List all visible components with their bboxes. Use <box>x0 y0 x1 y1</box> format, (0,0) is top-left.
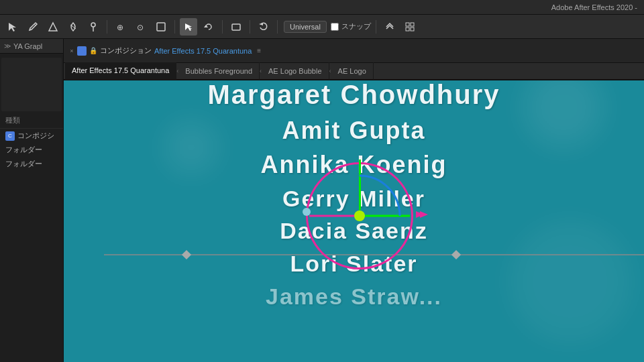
menu-icon[interactable]: ≡ <box>257 47 261 54</box>
snap-label: スナップ <box>341 21 371 32</box>
svg-marker-1 <box>49 23 57 31</box>
name-lori: Lori Slater <box>290 250 417 278</box>
main-layout: ≫ YA Grapl 種類 C コンポジシ フォルダー フォルダー × <box>0 39 644 362</box>
title-text: Adobe After Effects 2020 - <box>551 3 637 11</box>
panel-item-comp[interactable]: C コンポジシ <box>0 129 63 143</box>
tool-roto[interactable] <box>64 18 82 36</box>
tab-ae-logo[interactable]: AE Logo <box>331 62 374 80</box>
tool-extra-2[interactable] <box>401 18 419 36</box>
name-james: James Straw... <box>266 283 442 310</box>
tool-zoom-rect[interactable] <box>152 18 170 36</box>
comp-icon: C <box>5 131 15 141</box>
comp-icon-tab <box>77 46 87 56</box>
svg-text:⊙: ⊙ <box>137 23 144 32</box>
toolbar: ⊕ ⊙ + Universal スナップ <box>0 15 644 39</box>
universal-button[interactable]: Universal <box>284 21 327 33</box>
tool-pen[interactable] <box>24 18 42 36</box>
svg-point-3 <box>91 23 95 27</box>
right-area: × 🔒 コンポジション After Effects 17.5 Quarantun… <box>64 39 644 362</box>
tool-rotate[interactable] <box>200 18 217 36</box>
panel-category: 種類 <box>0 113 63 129</box>
name-margaret: Margaret Chowdhury <box>207 80 500 111</box>
tab-ae-logo-bubble[interactable]: AE Logo Bubble <box>262 62 329 80</box>
credits-container: Margaret Chowdhury Amit Gupta Annika Koe… <box>64 80 644 362</box>
comp-subtitle[interactable]: After Effects 17.5 Quarantuna <box>154 47 252 55</box>
panel-title: YA Grapl <box>13 42 42 50</box>
svg-rect-12 <box>406 23 409 26</box>
tab-close-btn[interactable]: × <box>66 46 77 56</box>
name-annika: Annika Koenig <box>260 150 447 179</box>
separator-6 <box>376 20 376 34</box>
svg-text:⊕: ⊕ <box>117 23 123 32</box>
separator-2 <box>174 20 175 34</box>
svg-rect-13 <box>411 23 414 26</box>
svg-rect-15 <box>411 27 414 31</box>
lock-icon: 🔒 <box>89 47 97 54</box>
name-dacia: Dacia Saenz <box>280 217 427 245</box>
separator-4 <box>250 20 250 34</box>
tool-pin[interactable] <box>85 18 102 36</box>
tool-orbit[interactable]: ⊙ <box>132 18 150 36</box>
panel-scroll[interactable] <box>1 58 62 111</box>
separator-5 <box>277 20 278 34</box>
name-gerry: Gerry Miller <box>282 185 425 213</box>
name-amit: Amit Gupta <box>282 116 426 145</box>
separator-1 <box>107 20 107 34</box>
tab-label-1: Bubbles Foreground <box>185 67 252 75</box>
comp-title: コンポジション <box>100 46 152 56</box>
tab-label-2: AE Logo Bubble <box>268 67 322 75</box>
tab-bar: × 🔒 コンポジション After Effects 17.5 Quarantun… <box>64 39 644 63</box>
svg-marker-11 <box>259 23 263 25</box>
svg-rect-10 <box>232 24 240 30</box>
separator-3 <box>222 20 223 34</box>
panel-header: ≫ YA Grapl <box>0 39 63 54</box>
panel-item-label-3: フォルダー <box>5 159 42 169</box>
tool-selection[interactable] <box>4 18 21 36</box>
tool-move[interactable]: + <box>180 18 197 36</box>
panel-item-folder1[interactable]: フォルダー <box>0 143 63 157</box>
panel-content: 種類 C コンポジシ フォルダー フォルダー <box>0 54 63 362</box>
panel-expand[interactable]: ≫ <box>4 42 11 50</box>
tool-extra-1[interactable] <box>381 18 398 36</box>
tool-shape[interactable] <box>44 18 62 36</box>
svg-marker-9 <box>204 25 208 27</box>
panel-item-label-1: コンポジシ <box>17 131 54 141</box>
tool-undo[interactable] <box>255 18 272 36</box>
svg-text:+: + <box>189 25 192 32</box>
left-panel: ≫ YA Grapl 種類 C コンポジシ フォルダー フォルダー <box>0 39 64 362</box>
tab-after-effects[interactable]: After Effects 17.5 Quarantuna <box>65 62 176 80</box>
tabs-row: After Effects 17.5 Quarantuna ‹ Bubbles … <box>64 63 644 80</box>
panel-item-label-2: フォルダー <box>5 145 42 155</box>
title-bar: Adobe After Effects 2020 - <box>0 0 644 15</box>
svg-rect-7 <box>157 23 165 31</box>
tab-bubbles-foreground[interactable]: Bubbles Foreground <box>178 62 260 80</box>
viewport[interactable]: Margaret Chowdhury Amit Gupta Annika Koe… <box>64 80 644 362</box>
svg-line-0 <box>34 24 36 25</box>
tab-label-3: AE Logo <box>338 67 366 75</box>
panel-item-folder2[interactable]: フォルダー <box>0 157 63 171</box>
tool-rect[interactable] <box>227 18 245 36</box>
svg-rect-14 <box>406 27 409 31</box>
snap-checkbox[interactable] <box>331 23 339 31</box>
snap-group: スナップ <box>331 21 371 32</box>
tab-label-0: After Effects 17.5 Quarantuna <box>72 66 169 74</box>
tool-pan[interactable]: ⊕ <box>112 18 129 36</box>
